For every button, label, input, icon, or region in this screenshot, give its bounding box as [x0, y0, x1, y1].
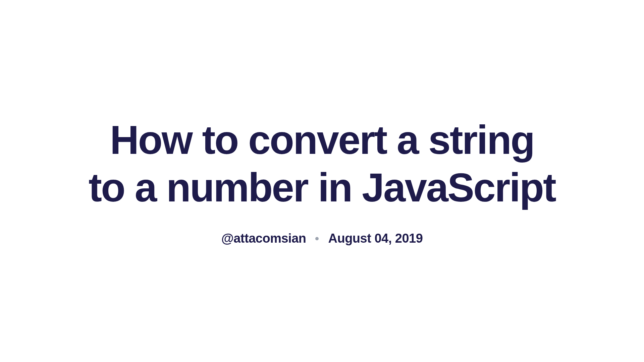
article-meta: @attacomsian August 04, 2019 — [87, 231, 557, 246]
meta-separator — [315, 237, 319, 240]
article-author: @attacomsian — [221, 231, 306, 246]
article-title: How to convert a string to a number in J… — [87, 116, 557, 211]
article-date: August 04, 2019 — [328, 231, 423, 246]
article-header: How to convert a string to a number in J… — [87, 116, 557, 246]
